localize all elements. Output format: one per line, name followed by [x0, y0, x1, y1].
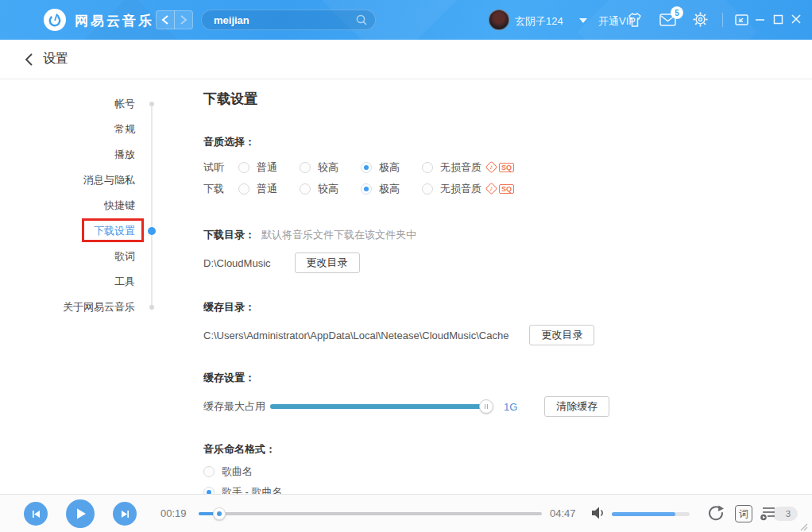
- lyrics-button[interactable]: 词: [735, 505, 752, 522]
- search-input[interactable]: [202, 14, 355, 26]
- radio-icon[interactable]: [238, 162, 249, 173]
- download-dir-section: 下载目录：默认将音乐文件下载在该文件夹中: [203, 228, 807, 242]
- radio-icon[interactable]: [300, 162, 311, 173]
- quality-row-name: 下载: [203, 182, 238, 196]
- sq-diamond-icon: ♪: [485, 183, 498, 195]
- maximize-icon[interactable]: [773, 14, 783, 25]
- change-cache-dir-button[interactable]: 更改目录: [529, 325, 594, 345]
- sq-badge: ♪ SQ: [487, 163, 514, 172]
- search-box[interactable]: [201, 10, 376, 30]
- player-bar: 00:19 04:47 词 3: [0, 494, 812, 532]
- cache-size-value: 1G: [504, 401, 517, 413]
- minimize-icon[interactable]: [755, 14, 765, 25]
- playlist-icon[interactable]: [760, 505, 777, 522]
- user-name[interactable]: 玄阴子124: [515, 14, 563, 29]
- clear-cache-button[interactable]: 清除缓存: [544, 396, 609, 417]
- radio-preview-normal[interactable]: 普通: [238, 160, 300, 175]
- current-time: 00:19: [160, 507, 187, 519]
- quality-rows: 试听 普通 较高 极高 无损音质 ♪: [203, 156, 807, 199]
- naming-section-label: 音乐命名格式：: [203, 442, 807, 457]
- radio-naming-song[interactable]: 歌曲名: [203, 466, 807, 477]
- radio-download-extreme[interactable]: 极高: [361, 182, 422, 196]
- radio-icon[interactable]: [422, 162, 433, 173]
- back-chevron-icon[interactable]: [24, 52, 33, 67]
- sidebar-item-privacy[interactable]: 消息与隐私: [0, 168, 135, 193]
- settings-titlebar: 设置: [0, 40, 812, 79]
- radio-download-normal[interactable]: 普通: [238, 182, 300, 196]
- progress-bar[interactable]: [199, 512, 542, 515]
- timeline-dot: [149, 305, 154, 310]
- cache-slider-row: 缓存最大占用 1G 清除缓存: [203, 396, 807, 417]
- mini-mode-icon[interactable]: [735, 14, 748, 25]
- radio-label: 极高: [379, 182, 400, 196]
- app-header: 网易云音乐 玄阴子124 开通VIP 5: [0, 0, 812, 40]
- total-time: 04:47: [550, 507, 576, 519]
- theme-shirt-icon[interactable]: [626, 12, 644, 28]
- quality-row-name: 试听: [203, 160, 238, 175]
- next-track-button[interactable]: [113, 502, 137, 526]
- settings-content: 帐号 常规 播放 消息与隐私 快捷键 下载设置 歌词 工具 关于网易云音乐 下载…: [0, 79, 812, 494]
- play-button[interactable]: [66, 499, 95, 528]
- resize-grip[interactable]: [798, 522, 808, 531]
- radio-download-lossless[interactable]: 无损音质 ♪ SQ: [422, 182, 514, 196]
- app-logo-icon[interactable]: [44, 9, 66, 31]
- slider-handle[interactable]: [479, 399, 493, 414]
- page-title: 设置: [43, 51, 68, 67]
- sq-diamond-icon: ♪: [485, 161, 498, 174]
- slider-fill: [270, 404, 486, 409]
- radio-icon-selected[interactable]: [361, 183, 372, 195]
- radio-preview-lossless[interactable]: 无损音质 ♪ SQ: [422, 160, 514, 175]
- quality-row-preview: 试听 普通 较高 极高 无损音质 ♪: [203, 156, 807, 178]
- volume-slider[interactable]: [612, 512, 690, 516]
- close-icon[interactable]: [791, 13, 802, 25]
- cache-slider-label: 缓存最大占用: [203, 399, 270, 414]
- nav-forward-button[interactable]: [174, 10, 193, 29]
- timeline-dot: [149, 102, 154, 106]
- gear-icon[interactable]: [693, 12, 708, 27]
- play-icon: [75, 507, 87, 520]
- download-dir-row: D:\CloudMusic 更改目录: [203, 253, 807, 273]
- cache-settings-label: 缓存设置：: [203, 371, 807, 385]
- radio-icon[interactable]: [300, 183, 311, 195]
- sidebar-item-general[interactable]: 常规: [0, 117, 135, 142]
- search-icon[interactable]: [355, 13, 368, 26]
- download-dir-path: D:\CloudMusic: [203, 257, 271, 269]
- section-heading: 下载设置: [203, 79, 807, 108]
- timeline-active-dot: [148, 227, 156, 235]
- radio-icon-selected[interactable]: [361, 162, 372, 173]
- settings-sidebar: 帐号 常规 播放 消息与隐私 快捷键 下载设置 歌词 工具 关于网易云音乐: [0, 79, 135, 320]
- chevron-down-icon[interactable]: [579, 18, 587, 23]
- radio-icon[interactable]: [203, 466, 215, 477]
- messages-badge[interactable]: 5: [671, 6, 683, 19]
- radio-preview-higher[interactable]: 较高: [300, 160, 361, 175]
- radio-label: 普通: [257, 182, 277, 196]
- nav-back-button[interactable]: [156, 10, 175, 29]
- radio-icon[interactable]: [422, 183, 433, 195]
- header-divider: [722, 13, 723, 27]
- radio-download-higher[interactable]: 较高: [300, 182, 361, 196]
- music-note-icon: [47, 12, 63, 28]
- sidebar-item-lyrics[interactable]: 歌词: [0, 244, 135, 269]
- sidebar-item-about[interactable]: 关于网易云音乐: [0, 295, 135, 320]
- sq-badge-label: SQ: [499, 184, 514, 194]
- radio-preview-extreme[interactable]: 极高: [361, 160, 422, 175]
- user-avatar[interactable]: [489, 10, 509, 30]
- progress-handle[interactable]: [213, 507, 226, 520]
- sidebar-item-shortcuts[interactable]: 快捷键: [0, 193, 135, 218]
- chevron-left-icon: [161, 15, 169, 25]
- cache-size-slider[interactable]: [270, 404, 486, 409]
- radio-label: 无损音质: [440, 182, 481, 196]
- sidebar-item-download-settings[interactable]: 下载设置: [0, 218, 135, 244]
- previous-icon: [31, 509, 41, 519]
- sidebar-item-playback[interactable]: 播放: [0, 142, 135, 168]
- radio-label: 歌曲名: [222, 465, 253, 479]
- change-download-dir-button[interactable]: 更改目录: [295, 253, 360, 273]
- previous-track-button[interactable]: [24, 502, 48, 526]
- cache-dir-row: C:\Users\Administrator\AppData\Local\Net…: [203, 325, 807, 345]
- sidebar-item-tools[interactable]: 工具: [0, 269, 135, 295]
- sidebar-item-account[interactable]: 帐号: [0, 91, 135, 117]
- radio-icon[interactable]: [238, 183, 249, 195]
- cache-dir-label: 缓存目录：: [203, 300, 807, 314]
- volume-icon[interactable]: [591, 506, 608, 520]
- loop-mode-icon[interactable]: [706, 504, 725, 522]
